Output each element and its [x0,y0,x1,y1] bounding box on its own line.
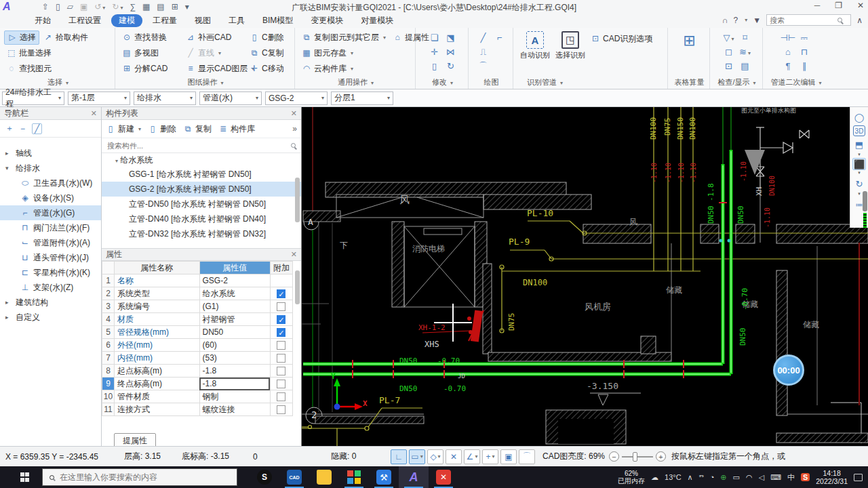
help-icon[interactable]: ? [734,16,738,25]
property-checkbox[interactable]: ✓ [277,289,285,298]
redo-icon[interactable]: ↻▾ [112,2,123,12]
find-replace-button[interactable]: ⊙查找替换 [119,31,182,44]
taskbar-clock[interactable]: 14:18 2022/3/31 [816,469,848,485]
ribbon-search-box[interactable] [766,14,851,26]
property-value-field[interactable]: 螺纹连接 [199,403,270,416]
nav-collapse-icon[interactable]: − [20,124,25,134]
pick-component-button[interactable]: ↗拾取构件 [41,31,91,44]
arc-button[interactable]: ⌒ [519,449,535,464]
taskbar-app-grid[interactable] [339,466,369,488]
property-value-field[interactable]: -1.8 [199,365,270,378]
open-file-icon[interactable]: ▱ [67,2,73,12]
undo-icon[interactable]: ↺▾ [94,2,105,12]
menu-tab-开始[interactable]: 开始 [27,14,58,27]
c-copy-button[interactable]: ⧉C复制 [247,47,287,60]
taskbar-app-gqi-active[interactable]: A [399,466,429,488]
component-list-item[interactable]: GSG-2 [给水系统 衬塑钢管 DN50] [102,182,301,197]
context-combo-5[interactable]: 分层1▾ [331,92,393,105]
start-button[interactable] [20,472,30,482]
menu-tab-对量模块[interactable]: 对量模块 [353,14,401,27]
bell-icon[interactable]: ◔ [710,473,715,481]
restore-button[interactable]: ❐ [835,1,842,10]
cad-identify-options-button[interactable]: ⊡CAD识别选项 [588,32,655,45]
recording-timer-badge[interactable]: 00:00 [773,354,804,386]
select-tool-button[interactable]: ▷选择 [4,30,39,45]
minimize-button[interactable]: ─ [814,1,821,10]
property-row-外径(mm)[interactable]: 6外径(mm)(60) [102,339,293,352]
taskbar-search-box[interactable] [42,468,237,486]
component-list-close-icon[interactable]: ✕ [291,109,297,118]
cross-button[interactable]: ✕ [446,449,462,464]
table-calc-icon[interactable]: ⊞ [683,32,695,77]
line-button[interactable]: ╱直线▾ [183,47,245,60]
nav-expand-icon[interactable]: ＋ [5,123,14,134]
ime-indicator[interactable]: 中 [787,472,795,483]
property-checkbox[interactable] [277,302,285,311]
component-search-input[interactable] [107,142,270,150]
property-checkbox[interactable]: ✓ [277,315,285,324]
property-row-材质[interactable]: 4材质衬塑钢管✓ [102,313,293,326]
group-label-identify[interactable]: 识别管道 ▾ [517,77,665,89]
orbit-icon[interactable]: ◯ [854,110,865,125]
headset-icon[interactable]: ∩ [722,16,728,25]
region-mode-button[interactable]: ▭▾ [409,449,425,464]
property-checkbox[interactable] [277,341,285,350]
sidebar-item-卫生器具(水)(W)[interactable]: ⬭卫生器具(水)(W) [0,176,101,190]
component-group[interactable]: ▾ 给水系统 [102,153,301,167]
solid-caret-icon[interactable]: ▾ [858,171,861,176]
isometric-view-icon[interactable]: ⬒ [855,137,863,152]
property-row-系统类型[interactable]: 2系统类型给水系统✓ [102,287,293,300]
sidebar-item-阀门法兰(水)(F)[interactable]: ⊓阀门法兰(水)(F) [0,220,101,235]
skin-icon[interactable]: ▼ [753,16,761,25]
pipe-extend-icon[interactable]: ⎓ [801,33,808,43]
antivirus-icon[interactable]: ⊕ [720,473,726,482]
brightness-decrease-button[interactable]: − [609,451,619,462]
menu-tab-工程设置[interactable]: 工程设置 [61,14,108,27]
delete-component-button[interactable]: ▯删除 [148,123,176,135]
sidebar-item-支架(水)(Z)[interactable]: ⊥支架(水)(Z) [0,280,101,295]
pipe-split-icon[interactable]: ⊣⊢ [781,33,796,43]
property-checkbox[interactable] [277,392,285,401]
c-delete-button[interactable]: ▯C删除 [247,31,287,44]
object-snap-button[interactable]: ◇▾ [427,449,443,464]
group-label-table-calc[interactable]: 表格算量 [672,77,707,89]
auto-identify-button[interactable]: A 自动识别 [517,29,553,77]
c-move-button[interactable]: ✛C移动 [247,62,287,75]
angle-snap-button[interactable]: ∠▾ [464,449,480,464]
taskbar-app-music[interactable]: S [250,466,279,488]
menu-tab-工程量[interactable]: 工程量 [145,14,184,27]
volume-icon[interactable]: ◁ [759,473,764,482]
menu-tab-视图[interactable]: 视图 [187,14,218,27]
microphone-icon[interactable]: ⱅ [699,473,704,482]
draw-polyline-icon[interactable]: ⌐ [497,33,502,43]
measure-icon[interactable]: ▤ [741,61,749,71]
canvas-scrollbar[interactable] [863,191,867,211]
component-list-item[interactable]: 立管-DN50 [给水系统 衬塑钢管 DN50] [102,197,301,211]
modify-mirror-icon[interactable]: ⋈ [446,47,455,57]
taskbar-app-red-x[interactable]: ✕ [429,466,458,488]
wifi-icon[interactable]: ◠ [746,473,753,482]
group-label-modify[interactable]: 修改 ▾ [420,77,465,89]
menu-tab-变更模块[interactable]: 变更模块 [303,14,351,27]
pipe-merge-icon[interactable]: ⊓ [801,47,808,57]
image-button[interactable]: ▣ [500,449,517,464]
taskbar-app-cad[interactable]: CAD [279,466,309,488]
solid-view-icon[interactable]: ⬛ [852,158,866,170]
nav-edit-icon[interactable]: ╱ [32,123,42,134]
sidebar-item-通头管件(水)(J)[interactable]: ⊔通头管件(水)(J) [0,250,101,265]
cloud-library-button[interactable]: ◠云构件库▾ [299,62,356,75]
component-list-item[interactable]: 立管-DN40 [给水系统 衬塑钢管 DN40] [102,211,301,226]
save-element-button[interactable]: ▦图元存盘▾ [299,47,356,60]
sidebar-item-自定义[interactable]: ▸自定义 [0,310,101,325]
batch-select-button[interactable]: ⬚批量选择 [4,47,54,60]
property-value-field[interactable]: -1.8 [199,378,270,390]
explode-cad-button[interactable]: ⊞分解CAD [119,62,182,75]
window-icon[interactable]: ⊞ [172,2,178,12]
property-value-field[interactable]: (G1) [199,300,270,313]
sidebar-item-管道附件(水)(A)[interactable]: ⌙管道附件(水)(A) [0,235,101,250]
properties-close-icon[interactable]: ✕ [291,250,297,259]
taskbar-app-explorer[interactable] [309,466,339,488]
draw-line-icon[interactable]: ╱ [481,33,486,43]
property-checkbox[interactable] [277,367,285,375]
context-combo-1[interactable]: 第-1层▾ [68,92,130,105]
